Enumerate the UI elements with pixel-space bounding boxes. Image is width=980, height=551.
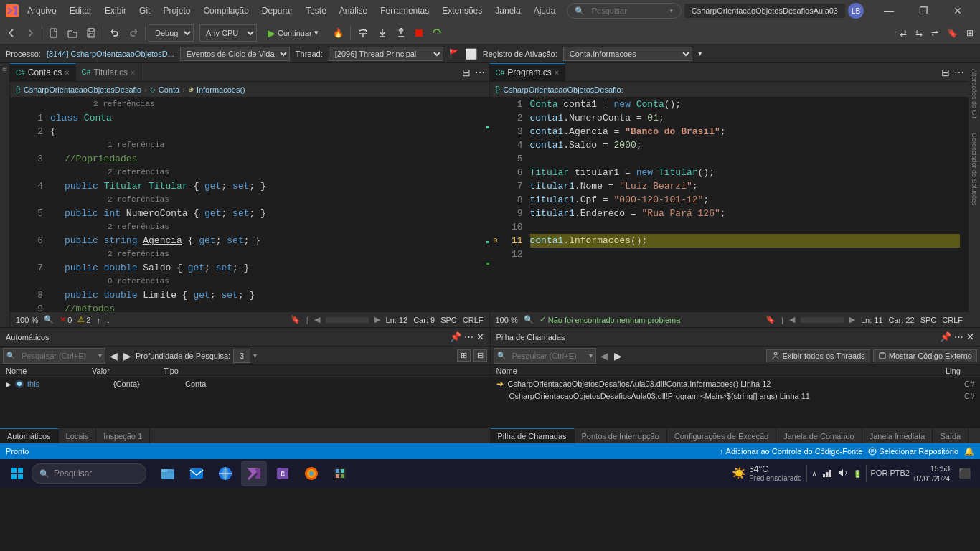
taskbar-app-mail[interactable] [184,461,209,486]
redo-btn[interactable] [125,24,142,42]
step-out-btn[interactable] [392,24,410,42]
debug-mode-dropdown[interactable]: Debug [149,24,194,42]
right-toolbar-2[interactable]: ⇆ [912,24,926,42]
user-avatar[interactable]: LB [848,3,864,19]
auto-forward-btn[interactable]: ▶ [122,350,133,362]
right-split-btn[interactable]: ⊟ [940,65,951,80]
right-toolbar-5[interactable]: ⊞ [963,24,977,42]
callstack-row-1[interactable]: ➔ CsharpOrientacaoObjetosDesafiosAula03.… [491,377,981,390]
auto-icons-btn2[interactable]: ⊟ [473,349,487,362]
global-search-input[interactable] [588,5,666,17]
menu-depurar[interactable]: Depurar [256,3,298,19]
scroll-track[interactable] [326,317,369,323]
menu-arquivo[interactable]: Arquivo [22,3,62,19]
select-repo-btn[interactable]: Selecionar Repositório [868,447,958,456]
system-clock[interactable]: 15:53 07/01/2024 [914,463,950,483]
open-btn[interactable] [64,24,81,42]
thread-dropdown[interactable]: [2096] Thread Principal [329,47,443,61]
callstack-search-dropdown-icon[interactable]: ▾ [589,352,593,359]
taskbar-app-explorer[interactable] [155,461,181,486]
menu-exibir[interactable]: Exibir [99,3,132,19]
menu-projeto[interactable]: Projeto [157,3,196,19]
tab-excecao[interactable]: Configurações de Exceção [667,428,776,443]
taskbar-app-browser[interactable] [212,461,238,486]
network-icon[interactable] [821,467,833,480]
menu-git[interactable]: Git [133,3,156,19]
auto-search-input[interactable] [17,350,96,362]
stack-dropdown[interactable]: Conta.Informacoes [563,47,692,61]
tab-saida[interactable]: Saída [933,428,969,443]
tab-automaticos[interactable]: Automáticos [0,428,59,443]
breadcrumb-item-2[interactable]: Informacoes() [197,85,245,94]
tab-close-icon2[interactable]: × [131,68,135,77]
taskbar-app-purple[interactable]: C [270,461,296,486]
menu-analise[interactable]: Análise [334,3,373,19]
split-editor-btn[interactable]: ⊟ [461,65,472,80]
auto-icons-btn[interactable]: ⊞ [457,349,471,362]
right-toolbar-3[interactable]: ⇌ [928,24,942,42]
taskbar-search-box[interactable]: 🔍 Pesquisar [32,463,146,484]
taskbar-app-firefox[interactable] [298,461,324,486]
menu-ferramentas[interactable]: Ferramentas [374,3,435,19]
auto-table-row-this[interactable]: ▶ this {Conta} Conta [0,377,490,390]
row-expand-icon[interactable]: ▶ [6,380,11,388]
callstack-back-btn[interactable]: ◀ [599,350,610,362]
taskbar-app-dark[interactable] [327,461,353,486]
stop-btn[interactable] [411,24,427,42]
callstack-close-btn[interactable]: ✕ [966,331,974,342]
source-control-btn[interactable]: ↑ Adicionar ao Controle do Código-Fonte [720,447,862,456]
show-threads-btn[interactable]: Exibir todos os Threads [766,349,870,362]
right-scroll-left-btn[interactable]: ◀ [789,315,795,324]
tab-conta-cs[interactable]: C# Conta.cs × [10,63,76,81]
right-breadcrumb-item-0[interactable]: CsharpOrientacaoObjetosDesafio: [503,85,623,94]
left-zoom[interactable]: 100 % [16,316,38,324]
forward-btn[interactable] [22,24,39,42]
weather-widget[interactable]: ☀️ 34°C Pred ensolarado [732,464,801,483]
search-dropdown-icon[interactable]: ▾ [669,6,674,15]
callstack-search-input[interactable] [508,350,587,362]
depth-input[interactable] [233,349,250,363]
auto-back-btn[interactable]: ◀ [108,350,119,362]
back-btn[interactable] [3,24,20,42]
left-scrollbar[interactable] [481,98,489,311]
hot-reload-btn[interactable]: 🔥 [329,24,347,42]
tray-icons[interactable]: ∧ [811,469,817,479]
menu-compilacao[interactable]: Compilação [197,3,254,19]
callstack-row-2[interactable]: CsharpOrientacaoObjetosDesafiosAula03.dl… [491,390,981,402]
menu-teste[interactable]: Teste [300,3,332,19]
callstack-more-btn[interactable]: ⋯ [954,331,963,342]
lifecycle-events-dropdown[interactable]: Eventos de Ciclo de Vida [180,47,290,61]
depth-dropdown-btn[interactable]: ▾ [253,352,257,359]
windows-start-btn[interactable] [6,462,29,485]
tab-imediata[interactable]: Janela Imediata [862,428,933,443]
cpu-dropdown[interactable]: Any CPU [199,24,257,42]
step-over-btn[interactable] [354,24,372,42]
more-tabs-btn[interactable]: ⋯ [473,65,486,80]
stack-expand-icon[interactable]: ▾ [698,49,702,58]
tab-program-cs[interactable]: C# Program.cs × [490,63,566,81]
git-changes-label[interactable]: Alterações do Git [971,69,978,118]
callstack-forward-btn[interactable]: ▶ [613,350,623,362]
maximize-button[interactable]: ❐ [907,0,940,22]
down-arrow-icon[interactable]: ↓ [106,316,110,324]
save-btn[interactable] [83,24,100,42]
program-tab-close[interactable]: × [555,68,559,77]
auto-more-btn[interactable]: ⋯ [464,331,473,342]
callstack-pin-btn[interactable]: 📌 [940,331,951,342]
error-count[interactable]: ✕ 0 [60,315,72,324]
tab-pilha[interactable]: Pilha de Chamadas [491,428,575,443]
tab-inspecao[interactable]: Inspeção 1 [96,428,150,443]
right-scroll-track[interactable] [801,317,844,323]
right-toolbar-1[interactable]: ⇄ [896,24,910,42]
scroll-left-btn[interactable]: ◀ [314,315,320,324]
tab-locais[interactable]: Locais [59,428,97,443]
up-arrow-icon[interactable]: ↑ [96,316,100,324]
tab-pontos[interactable]: Pontos de Interrupção [575,428,667,443]
auto-pin-btn[interactable]: 📌 [450,331,461,342]
right-more-btn[interactable]: ⋯ [953,65,966,80]
menu-ajuda[interactable]: Ajuda [528,3,562,19]
step-into-btn[interactable] [374,24,391,42]
right-zoom[interactable]: 100 % [496,316,518,324]
auto-search-dropdown-icon[interactable]: ▾ [98,352,102,359]
auto-close-btn[interactable]: ✕ [476,331,484,342]
